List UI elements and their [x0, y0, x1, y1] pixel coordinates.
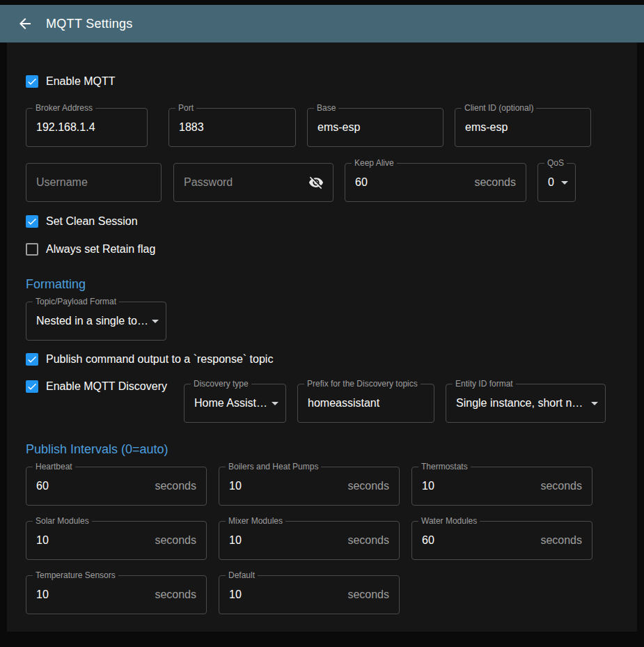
client-id-input[interactable] — [455, 109, 590, 146]
publish-response-label: Publish command output to a `response` t… — [46, 353, 273, 366]
arrow-left-icon — [17, 15, 33, 32]
entity-id-format-value: Single instance, short name — [446, 397, 588, 410]
base-label: Base — [314, 103, 338, 113]
discovery-prefix-input[interactable] — [298, 384, 434, 422]
clean-session-label: Set Clean Session — [46, 215, 138, 228]
enable-discovery-checkbox-row[interactable]: Enable MQTT Discovery — [26, 378, 184, 395]
discovery-type-value: Home Assistant — [184, 397, 269, 410]
port-field[interactable]: Port — [168, 108, 296, 147]
publish-response-checkbox-row[interactable]: Publish command output to a `response` t… — [26, 351, 273, 368]
base-input[interactable] — [308, 109, 443, 146]
broker-address-input[interactable] — [26, 109, 147, 146]
topic-payload-format-select[interactable]: Topic/Payload Format Nested in a single … — [26, 302, 166, 341]
formatting-heading: Formatting — [26, 277, 618, 292]
entity-id-format-select[interactable]: Entity ID format Single instance, short … — [446, 384, 606, 423]
checkbox-unchecked-icon[interactable] — [26, 243, 38, 256]
check-icon — [26, 216, 38, 227]
qos-label: QoS — [544, 158, 567, 168]
broker-address-label: Broker Address — [33, 103, 95, 113]
temperature-sensors-interval-field[interactable]: Temperature Sensors seconds — [26, 575, 207, 614]
entity-id-format-label: Entity ID format — [453, 379, 516, 389]
username-input[interactable] — [26, 164, 161, 201]
heartbeat-label: Heartbeat — [33, 462, 75, 471]
discovery-row: Enable MQTT Discovery Discovery type Hom… — [26, 384, 618, 423]
boilers-label: Boilers and Heat Pumps — [226, 462, 321, 471]
base-field[interactable]: Base — [307, 108, 443, 147]
enable-mqtt-label: Enable MQTT — [46, 75, 116, 88]
mqtt-settings-screen: MQTT Settings Enable MQTT Broker Address… — [0, 0, 644, 632]
water-interval-field[interactable]: Water Modules seconds — [411, 521, 592, 560]
temperature-sensors-input[interactable] — [26, 576, 155, 614]
checkbox-checked-icon[interactable] — [26, 380, 38, 393]
password-field[interactable] — [173, 163, 333, 202]
broker-address-field[interactable]: Broker Address — [26, 108, 148, 147]
client-id-field[interactable]: Client ID (optional) — [455, 108, 591, 147]
credentials-fields-row: Keep Alive seconds QoS 0 — [26, 163, 618, 202]
chevron-down-icon — [591, 402, 598, 405]
username-field[interactable] — [26, 163, 162, 202]
client-id-label: Client ID (optional) — [462, 103, 536, 113]
discovery-prefix-label: Prefix for the Discovery topics — [304, 379, 421, 389]
publish-intervals-heading: Publish Intervals (0=auto) — [26, 442, 618, 457]
port-input[interactable] — [169, 109, 295, 146]
retain-flag-label: Always set Retain flag — [46, 243, 155, 256]
mixer-input[interactable] — [219, 522, 347, 559]
qos-select[interactable]: QoS 0 — [537, 163, 576, 202]
field-suffix: seconds — [155, 588, 206, 601]
topic-format-row: Topic/Payload Format Nested in a single … — [26, 302, 618, 341]
enable-discovery-label: Enable MQTT Discovery — [46, 380, 167, 393]
solar-interval-field[interactable]: Solar Modules seconds — [26, 521, 207, 560]
intervals-grid: Heartbeat seconds Boilers and Heat Pumps… — [26, 467, 618, 614]
chevron-down-icon — [272, 402, 278, 405]
checkbox-checked-icon[interactable] — [26, 353, 38, 366]
discovery-type-label: Discovery type — [191, 379, 251, 389]
checkbox-checked-icon[interactable] — [26, 215, 38, 228]
heartbeat-input[interactable] — [26, 467, 155, 505]
heartbeat-interval-field[interactable]: Heartbeat seconds — [26, 467, 207, 506]
chevron-down-icon — [561, 181, 568, 185]
app-bar: MQTT Settings — [0, 5, 644, 42]
clean-session-checkbox-row[interactable]: Set Clean Session — [26, 213, 138, 230]
check-icon — [26, 76, 38, 87]
keep-alive-label: Keep Alive — [352, 158, 397, 168]
temperature-sensors-label: Temperature Sensors — [33, 570, 118, 580]
top-gap — [0, 0, 644, 5]
field-suffix: seconds — [540, 480, 592, 492]
keep-alive-input[interactable] — [345, 164, 474, 201]
water-label: Water Modules — [418, 516, 480, 526]
check-icon — [26, 354, 38, 365]
checkbox-checked-icon[interactable] — [26, 75, 38, 88]
discovery-type-select[interactable]: Discovery type Home Assistant — [184, 384, 286, 423]
keep-alive-field[interactable]: Keep Alive seconds — [345, 163, 526, 202]
settings-panel: Enable MQTT Broker Address Port Base Cli… — [7, 42, 637, 632]
thermostats-label: Thermostats — [418, 462, 471, 471]
chevron-down-icon — [152, 320, 159, 323]
visibility-off-icon — [308, 175, 324, 190]
solar-input[interactable] — [26, 522, 155, 559]
boilers-input[interactable] — [219, 467, 347, 505]
water-input[interactable] — [412, 522, 540, 559]
thermostats-interval-field[interactable]: Thermostats seconds — [411, 467, 592, 506]
discovery-prefix-field[interactable]: Prefix for the Discovery topics — [297, 384, 434, 423]
field-suffix: seconds — [155, 480, 206, 492]
thermostats-input[interactable] — [412, 467, 540, 505]
field-suffix: seconds — [347, 588, 399, 601]
field-suffix: seconds — [155, 534, 206, 547]
page-title: MQTT Settings — [46, 17, 133, 31]
topic-payload-format-label: Topic/Payload Format — [33, 297, 119, 306]
mixer-interval-field[interactable]: Mixer Modules seconds — [219, 521, 400, 560]
topic-payload-format-value: Nested in a single topic — [26, 315, 149, 327]
default-input[interactable] — [219, 576, 347, 614]
retain-flag-checkbox-row[interactable]: Always set Retain flag — [26, 241, 155, 258]
field-suffix: seconds — [347, 480, 399, 492]
qos-value: 0 — [538, 176, 558, 189]
check-icon — [26, 381, 38, 392]
toggle-password-visibility-button[interactable] — [304, 170, 329, 195]
default-label: Default — [226, 570, 258, 580]
boilers-interval-field[interactable]: Boilers and Heat Pumps seconds — [219, 467, 400, 506]
back-button[interactable] — [11, 10, 39, 38]
mixer-label: Mixer Modules — [226, 516, 285, 526]
field-suffix: seconds — [540, 534, 592, 547]
enable-mqtt-checkbox-row[interactable]: Enable MQTT — [26, 73, 116, 90]
default-interval-field[interactable]: Default seconds — [219, 575, 400, 614]
